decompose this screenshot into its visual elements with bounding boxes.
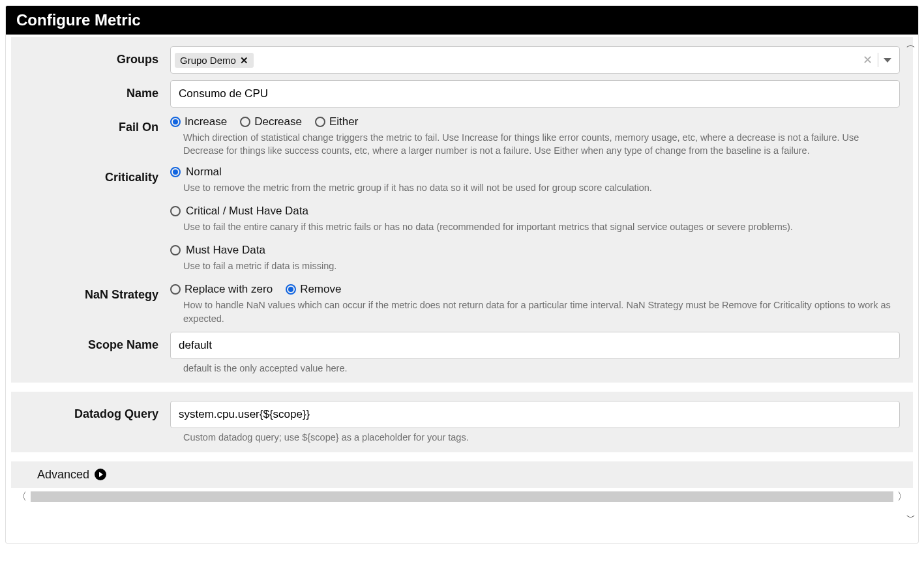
criticality-musthave-help: Use to fail a metric if data is missing. [183, 259, 900, 272]
horizontal-scrollbar[interactable]: 〈 〉 [11, 488, 913, 506]
groups-multiselect[interactable]: Grupo Demo ✕ ✕ [170, 46, 900, 74]
scroll-left-icon[interactable]: 〈 [14, 489, 29, 504]
fail-on-help: Which direction of statistical change tr… [183, 131, 900, 158]
fail-on-decrease-radio[interactable]: Decrease [240, 115, 302, 128]
chevron-down-icon[interactable] [884, 58, 891, 63]
fail-on-either-radio[interactable]: Either [315, 115, 358, 128]
radio-label: Increase [185, 115, 227, 128]
group-chip[interactable]: Grupo Demo ✕ [175, 53, 254, 68]
radio-icon [240, 117, 250, 127]
scope-name-input[interactable] [170, 332, 900, 359]
scroll-up-icon[interactable]: ︿ [906, 38, 916, 51]
groups-label: Groups [24, 46, 170, 66]
radio-label: Decrease [254, 115, 302, 128]
datadog-query-label: Datadog Query [24, 401, 170, 421]
radio-icon [170, 167, 181, 177]
advanced-toggle[interactable]: Advanced [11, 461, 913, 488]
scroll-down-icon[interactable]: ﹀ [906, 512, 916, 525]
nan-strategy-help: How to handle NaN values which can occur… [183, 298, 900, 325]
fail-on-increase-radio[interactable]: Increase [170, 115, 227, 128]
criticality-normal-help: Use to remove the metric from the metric… [183, 181, 900, 194]
datadog-query-input[interactable] [170, 401, 900, 428]
name-input[interactable] [170, 80, 900, 108]
criticality-label: Criticality [24, 164, 170, 184]
radio-icon [315, 117, 325, 127]
section-main: Groups Grupo Demo ✕ ✕ [11, 37, 913, 383]
nan-strategy-label: NaN Strategy [24, 282, 170, 302]
scrollbar-track[interactable] [31, 491, 893, 502]
name-label: Name [24, 80, 170, 100]
scope-name-label: Scope Name [24, 332, 170, 352]
radio-label: Replace with zero [185, 283, 273, 296]
scroll-right-icon[interactable]: 〉 [895, 489, 910, 504]
clear-groups-icon[interactable]: ✕ [863, 53, 872, 67]
nan-replace-radio[interactable]: Replace with zero [170, 283, 273, 296]
radio-icon [170, 206, 181, 216]
group-chip-label: Grupo Demo [180, 55, 236, 66]
nan-remove-radio[interactable]: Remove [286, 283, 341, 296]
fail-on-label: Fail On [24, 114, 170, 134]
criticality-normal-radio[interactable]: Normal [170, 164, 900, 179]
radio-label: Remove [300, 283, 341, 296]
criticality-critical-radio[interactable]: Critical / Must Have Data [170, 203, 900, 218]
radio-label: Normal [186, 166, 222, 179]
criticality-critical-help: Use to fail the entire canary if this me… [183, 220, 900, 233]
modal-title: Configure Metric [6, 6, 918, 35]
remove-chip-icon[interactable]: ✕ [240, 55, 248, 65]
chevron-right-circle-icon [95, 469, 106, 480]
radio-icon [170, 117, 181, 127]
modal-body: ︿ ﹀ Groups Grupo Demo ✕ ✕ [6, 35, 918, 543]
radio-label: Critical / Must Have Data [186, 205, 308, 218]
section-datadog: Datadog Query Custom datadog query; use … [11, 392, 913, 452]
datadog-query-help: Custom datadog query; use ${scope} as a … [183, 431, 900, 444]
advanced-label: Advanced [37, 468, 89, 482]
criticality-musthave-radio[interactable]: Must Have Data [170, 242, 900, 257]
multiselect-divider [878, 53, 878, 67]
radio-icon [170, 245, 181, 255]
scope-name-help: default is the only accepted value here. [183, 362, 900, 375]
radio-label: Must Have Data [186, 244, 265, 257]
radio-icon [286, 284, 296, 295]
radio-label: Either [329, 115, 358, 128]
radio-icon [170, 284, 181, 295]
configure-metric-modal: Configure Metric ︿ ﹀ Groups Grupo Demo ✕ [5, 5, 919, 544]
